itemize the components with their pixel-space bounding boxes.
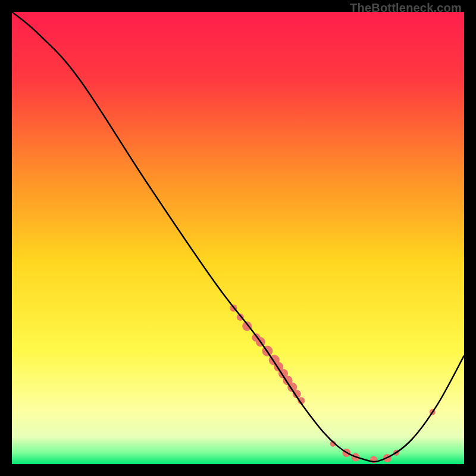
- chart-frame: [12, 12, 464, 464]
- bottleneck-curve-chart: [12, 12, 464, 464]
- watermark-text: TheBottleneck.com: [350, 1, 462, 15]
